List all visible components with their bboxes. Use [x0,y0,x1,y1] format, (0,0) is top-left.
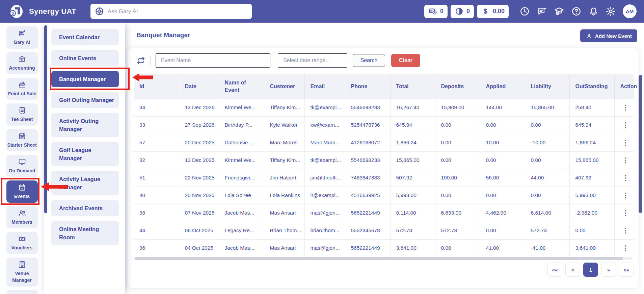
next-page-button[interactable]: » [601,263,616,277]
sidebar-item-members[interactable]: Members [6,206,38,228]
events-table: IdDateName of EventCustomerEmailPhoneTot… [134,74,634,257]
column-header-applied[interactable]: Applied [480,74,525,99]
row-actions-button[interactable]: ⋮ [614,204,634,222]
top-header-bar: S Synergy UAT 0 0 $0.00 s AM [0,0,644,23]
submenu-item-online-meeting-room[interactable]: Online Meeting Room [51,221,119,245]
sidebar-item-label: Gary AI [14,39,30,46]
event-name-input[interactable] [156,53,270,68]
column-header-phone[interactable]: Phone [345,74,390,99]
person-icon [586,33,592,39]
table-cell: 1,866.24 [390,134,435,151]
sidebar-item-events[interactable]: Events [6,180,38,203]
row-actions-button[interactable]: ⋮ [614,116,634,134]
clock-icon[interactable] [519,6,530,17]
table-cell: Jacob Mas... [219,239,264,257]
column-header-liability[interactable]: Liability [525,74,569,99]
submenu-item-banquet-manager[interactable]: Banquet Manager [51,71,119,87]
table-cell: 5546698233 [345,99,390,116]
submenu-scrollbar[interactable] [44,25,47,213]
table-cell: 20 Nov 2025 [179,187,219,204]
dollar-icon: $ [481,7,490,16]
sidebar-item-partial[interactable] [6,290,38,294]
header-badge-dollar[interactable]: $0.00 [477,5,509,18]
row-actions-button[interactable]: ⋮ [614,187,634,204]
row-actions-button[interactable]: ⋮ [614,151,634,169]
column-header-email[interactable]: Email [304,74,345,99]
row-actions-button[interactable]: ⋮ [614,169,634,187]
help-icon[interactable] [571,6,582,17]
table-vertical-scrollbar[interactable] [639,75,642,213]
table-horizontal-scrollbar[interactable] [134,257,633,260]
table-cell: Kimmel We... [219,151,264,169]
first-page-button[interactable]: «« [547,263,562,277]
submenu-item-archived-events[interactable]: Archived Events [51,200,119,216]
feedback-icon[interactable] [537,6,547,17]
ask-gary-ai-searchbox[interactable] [90,4,252,19]
page-title: Banquet Manager [136,31,190,39]
column-header-action[interactable]: Action [614,74,634,99]
table-cell: 41.00 [480,239,525,257]
horizontal-scrollbar-thumb[interactable] [135,257,623,260]
table-cell: 0.00 [569,222,614,239]
table-cell: 3,641.00 [569,239,614,257]
submenu-item-activity-outing-manager[interactable]: Activity Outing Manager [51,113,119,137]
table-cell: Mas Ansari [264,204,304,222]
column-header-total[interactable]: Total [390,74,435,99]
settings-icon[interactable] [606,6,616,17]
table-cell: Marc.Morri... [304,134,345,151]
table-cell: 144.00 [480,99,525,116]
column-header-deposits[interactable]: Deposits [435,74,480,99]
row-actions-button[interactable]: ⋮ [614,134,634,151]
table-cell: 0.00 [525,116,569,134]
column-header-customer[interactable]: Customer [264,74,304,99]
column-header-name-of-event[interactable]: Name of Event [219,74,264,99]
header-badge-half-clock[interactable]: 0 [451,5,474,18]
submenu-item-golf-league-manager[interactable]: Golf League Manager [51,142,119,166]
column-header-outstanding[interactable]: OutStanding [569,74,614,99]
submenu-item-golf-outing-manager[interactable]: Golf Outing Manager [51,92,119,108]
refresh-swap-icon[interactable] [136,56,145,65]
date-range-input[interactable] [278,53,347,68]
table-header-row: IdDateName of EventCustomerEmailPhoneTot… [134,74,634,99]
search-button[interactable]: Search [353,54,385,67]
notifications-icon[interactable] [588,6,599,17]
half-clock-icon [455,7,464,16]
ask-gary-ai-input[interactable] [108,8,247,15]
prev-page-button[interactable]: « [565,263,580,277]
column-header-id[interactable]: Id [134,74,179,99]
row-actions-button[interactable]: ⋮ [614,239,634,257]
submenu-item-event-calendar[interactable]: Event Calendar [51,29,119,45]
sidebar-item-accounting[interactable]: Accounting [6,52,38,74]
submenu-item-label: Activity Outing Manager [59,118,99,132]
sidebar-item-venue-manager[interactable]: Venue Manager [6,258,38,287]
table-row: 3327 Sep 2026Birthday P...Kyle Walkerkw@… [134,116,634,134]
learning-icon[interactable]: s [554,6,564,17]
column-header-date[interactable]: Date [179,74,219,99]
main-content: Banquet Manager Add New Event Search Cle… [125,23,644,294]
sidebar-item-starter-sheet[interactable]: Starter Sheet [6,129,38,151]
page-1-button[interactable]: 1 [583,263,598,277]
cash-register-icon [18,80,26,89]
last-page-button[interactable]: »» [619,263,634,277]
user-avatar[interactable]: AM [623,4,637,18]
submenu-item-activity-league-manager[interactable]: Activity League Manager [51,171,119,195]
table-cell: 5652221449 [345,204,390,222]
table-row: 3807 Nov 2025Jacob Mas...Mas Ansarimas@g… [134,204,634,222]
header-badge-time-clock[interactable]: 0 [424,5,448,18]
sidebar-item-on-demand[interactable]: On Demand [6,155,38,177]
clear-button[interactable]: Clear [391,54,420,67]
sidebar-item-vouchers[interactable]: Vouchers [6,232,38,254]
table-cell: Mas Ansari [264,239,304,257]
table-cell: 0.00 [525,187,569,204]
row-actions-button[interactable]: ⋮ [614,222,634,239]
submenu-item-label: Online Meeting Room [59,226,99,240]
table-cell: 572.73 [435,222,480,239]
add-new-event-button[interactable]: Add New Event [580,29,637,42]
table-cell: 100.00 [435,169,480,187]
sidebar-item-point-of-sale[interactable]: Point of Sale [6,78,38,100]
table-cell: 507.92 [390,169,435,187]
submenu-item-online-events[interactable]: Online Events [51,50,119,66]
sidebar-item-gary-ai[interactable]: Gary AI [6,26,38,49]
row-actions-button[interactable]: ⋮ [614,99,634,116]
sidebar-item-tee-sheet[interactable]: Tee Sheet [6,103,38,126]
